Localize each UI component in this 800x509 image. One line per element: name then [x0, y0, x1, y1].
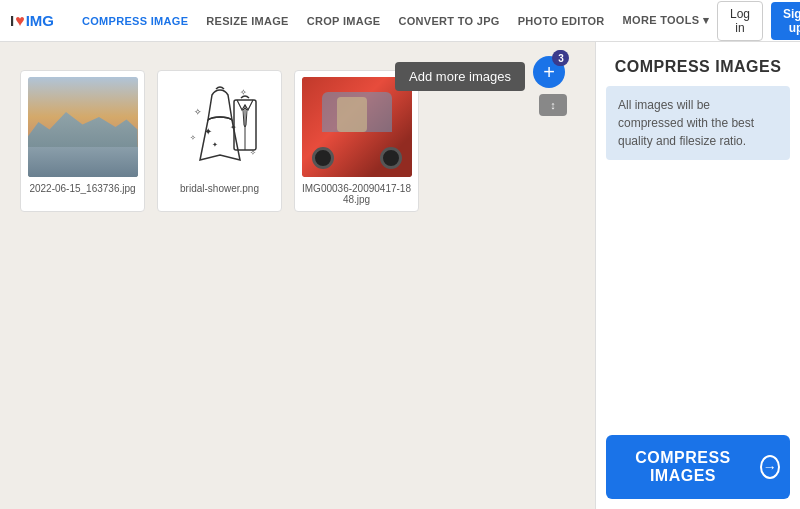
sidebar-title: COMPRESS IMAGES — [596, 42, 800, 86]
car-wheel-front — [312, 147, 334, 169]
svg-text:✧: ✧ — [194, 107, 202, 117]
image-preview-2: ✦ ✦ ✦ — [165, 77, 275, 177]
logo-heart-icon: ♥ — [15, 12, 25, 30]
signup-button[interactable]: Sign up — [771, 2, 800, 40]
image-card-1[interactable]: 2022-06-15_163736.jpg — [20, 70, 145, 212]
image-filename-1: 2022-06-15_163736.jpg — [29, 183, 135, 194]
sort-icon: ↕ — [550, 99, 556, 111]
plus-icon: + — [543, 62, 555, 82]
main-nav: COMPRESS IMAGE RESIZE IMAGE CROP IMAGE C… — [74, 10, 717, 31]
main-layout: Add more images 3 + ↕ 2022-06-15_163736.… — [0, 42, 800, 509]
add-more-button[interactable]: Add more images — [395, 62, 525, 91]
image-preview-1 — [28, 77, 138, 177]
svg-text:✧: ✧ — [190, 134, 196, 141]
svg-text:✧: ✧ — [250, 149, 256, 156]
image-thumb-1 — [28, 77, 138, 177]
image-card-3[interactable]: IMG00036-20090417-1848.jpg — [294, 70, 419, 212]
sidebar-bottom: Compress IMAGES → — [596, 425, 800, 509]
nav-item-photo-editor[interactable]: PHOTO EDITOR — [510, 11, 613, 31]
logo[interactable]: I ♥ IMG — [10, 12, 54, 30]
nav-item-resize[interactable]: RESIZE IMAGE — [198, 11, 296, 31]
nav-item-more-tools[interactable]: MORE TOOLS ▾ — [615, 10, 717, 31]
sidebar: COMPRESS IMAGES All images will be compr… — [595, 42, 800, 509]
svg-text:✧: ✧ — [240, 88, 247, 97]
svg-text:✦: ✦ — [212, 141, 218, 148]
image-thumb-3 — [302, 77, 412, 177]
compress-button-label: Compress IMAGES — [616, 449, 750, 485]
sort-button[interactable]: ↕ — [539, 94, 567, 116]
nav-item-crop[interactable]: CROP IMAGE — [299, 11, 389, 31]
image-thumb-2: ✦ ✦ ✦ — [165, 77, 275, 177]
compress-arrow-icon: → — [760, 455, 780, 479]
nav-item-compress[interactable]: COMPRESS IMAGE — [74, 11, 196, 31]
svg-text:✦: ✦ — [204, 126, 212, 137]
login-button[interactable]: Log in — [717, 1, 763, 41]
image-preview-3 — [302, 77, 412, 177]
add-more-label: Add more images — [409, 69, 511, 84]
header-right: Log in Sign up — [717, 1, 800, 41]
logo-text: I — [10, 12, 14, 29]
compress-button[interactable]: Compress IMAGES → — [606, 435, 790, 499]
car-wheel-back — [380, 147, 402, 169]
image-count-badge: 3 — [553, 50, 569, 66]
bridal-svg: ✦ ✦ ✦ — [180, 85, 260, 170]
content-area: Add more images 3 + ↕ 2022-06-15_163736.… — [0, 42, 595, 509]
water-layer — [28, 147, 138, 177]
header: I ♥ IMG COMPRESS IMAGE RESIZE IMAGE CROP… — [0, 0, 800, 42]
image-filename-2: bridal-shower.png — [180, 183, 259, 194]
image-filename-3: IMG00036-20090417-1848.jpg — [302, 183, 412, 205]
sidebar-info: All images will be compressed with the b… — [606, 86, 790, 160]
logo-img-text: IMG — [26, 12, 54, 29]
nav-item-convert[interactable]: CONVERT TO JPG — [390, 11, 507, 31]
image-card-2[interactable]: ✦ ✦ ✦ — [157, 70, 282, 212]
car-person — [337, 97, 367, 132]
mountains-layer — [28, 97, 138, 147]
